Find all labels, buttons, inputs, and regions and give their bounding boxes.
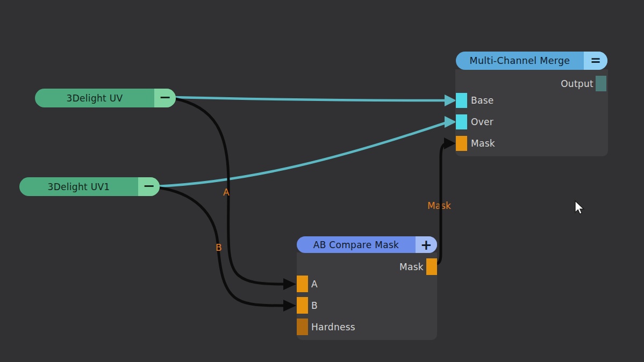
wire-label-a: A [223,187,230,198]
wire-arrow-b [283,300,296,312]
wire-arrow-a [283,278,296,290]
minus-icon: − [143,178,155,193]
node-3delight-uv1[interactable]: 3Delight UV1 − [19,177,160,196]
output-label: Output [561,78,593,89]
input-label-a: A [311,279,318,289]
node-title: 3Delight UV [35,89,154,107]
collapse-button[interactable]: − [138,177,160,196]
wire-uv1-to-over[interactable] [157,123,445,186]
node-title: Multi-Channel Merge [456,52,584,70]
input-socket-over[interactable] [456,114,467,129]
input-label-b: B [311,300,318,311]
wire-arrow-mask [444,137,456,149]
output-socket-output[interactable] [596,76,606,91]
output-label-mask: Mask [399,262,424,272]
wire-uv-to-base[interactable] [173,97,445,100]
collapse-button[interactable]: − [154,89,176,107]
equals-icon: = [590,54,601,67]
input-socket-base[interactable] [456,93,467,108]
input-socket-b[interactable] [297,297,308,314]
minus-icon: − [159,90,171,104]
wire-label-b: B [216,242,222,253]
mouse-cursor [575,201,584,214]
input-label-mask: Mask [471,138,495,149]
node-title: 3Delight UV1 [19,177,138,196]
output-socket-mask[interactable] [426,258,437,275]
input-label-hardness: Hardness [311,322,355,332]
merge-mode-button[interactable]: = [584,52,607,70]
add-button[interactable]: + [416,236,437,253]
wire-arrow-base [445,95,456,106]
node-ab-compare-mask-header[interactable]: AB Compare Mask + [297,236,437,253]
input-socket-mask[interactable] [456,136,467,151]
node-title: AB Compare Mask [297,236,416,253]
wire-arrow-over [445,116,456,128]
wire-label-mask: Mask [427,200,451,211]
node-multi-channel-merge-header[interactable]: Multi-Channel Merge = [456,52,607,70]
input-label-over: Over [471,117,493,127]
input-socket-hardness[interactable] [297,318,308,335]
node-3delight-uv[interactable]: 3Delight UV − [35,89,176,107]
node-graph-canvas[interactable]: A B Mask 3Delight UV − 3Delight UV1 − Mu… [0,0,644,362]
input-label-base: Base [471,95,494,106]
plus-icon: + [420,238,432,252]
input-socket-a[interactable] [297,276,308,292]
